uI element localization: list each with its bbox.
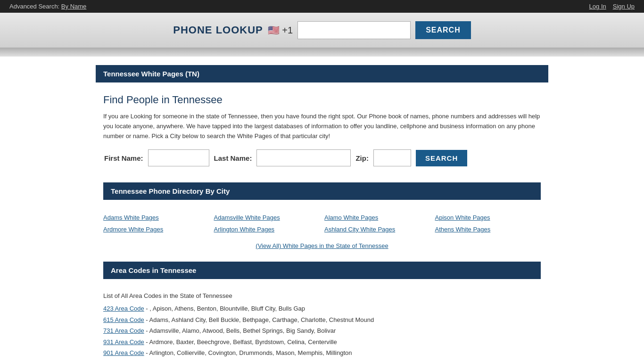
find-people-description: If you are Looking for someone in the st… bbox=[103, 112, 541, 141]
phone-lookup-label: PHONE LOOKUP bbox=[173, 24, 263, 36]
area-codes-header: Area Codes in Tennessee bbox=[103, 262, 541, 279]
view-all-link-wrapper: (View All) White Pages in the State of T… bbox=[103, 238, 541, 257]
zip-input[interactable] bbox=[373, 149, 411, 166]
area-code-item: 731 Area Code - Adamsville, Alamo, Atwoo… bbox=[103, 326, 541, 336]
city-link[interactable]: Ashland City White Pages bbox=[324, 226, 430, 233]
people-search-button[interactable]: SEARCH bbox=[416, 150, 467, 166]
area-code-link[interactable]: 615 Area Code bbox=[103, 316, 144, 323]
phone-search-button[interactable]: SEARCH bbox=[415, 21, 471, 39]
area-codes-section: Area Codes in Tennessee List of All Area… bbox=[96, 262, 548, 362]
area-code-link[interactable]: 423 Area Code bbox=[103, 305, 144, 312]
phone-lookup-input[interactable] bbox=[297, 21, 411, 39]
find-people-heading: Find People in Tennessee bbox=[103, 94, 541, 106]
lookup-shadow bbox=[0, 48, 644, 57]
phone-flag-prefix: 🇺🇸 +1 bbox=[268, 25, 293, 36]
city-link[interactable]: Ardmore White Pages bbox=[103, 226, 209, 233]
city-link[interactable]: Adams White Pages bbox=[103, 214, 209, 221]
top-bar: Advanced Search: By Name Log In Sign Up bbox=[0, 0, 644, 13]
area-code-list: 423 Area Code - , Apison, Athens, Benton… bbox=[103, 304, 541, 362]
first-name-input[interactable] bbox=[148, 149, 209, 166]
area-code-item: 901 Area Code - Arlington, Collierville,… bbox=[103, 348, 541, 358]
area-codes-intro: List of All Area Codes in the State of T… bbox=[103, 286, 541, 304]
last-name-input[interactable] bbox=[256, 149, 351, 166]
area-code-item: 931 Area Code - Ardmore, Baxter, Beechgr… bbox=[103, 337, 541, 347]
flag-icon: 🇺🇸 bbox=[268, 25, 280, 35]
zip-label: Zip: bbox=[355, 154, 369, 162]
city-link[interactable]: Apison White Pages bbox=[435, 214, 541, 221]
city-links-grid: Adams White PagesAdamsville White PagesA… bbox=[103, 206, 541, 238]
login-link[interactable]: Log In bbox=[589, 3, 606, 10]
area-code-link[interactable]: 901 Area Code bbox=[103, 349, 144, 356]
advanced-search-label: Advanced Search: By Name bbox=[9, 3, 86, 10]
last-name-label: Last Name: bbox=[214, 154, 252, 162]
area-code-link[interactable]: 731 Area Code bbox=[103, 327, 144, 334]
area-code-link[interactable]: 931 Area Code bbox=[103, 338, 144, 346]
city-directory-section: Tennessee Phone Directory By City Adams … bbox=[96, 182, 548, 257]
find-people-section: Find People in Tennessee If you are Look… bbox=[96, 89, 548, 178]
people-search-form: First Name: Last Name: Zip: SEARCH bbox=[103, 149, 541, 166]
area-code-item: 423 Area Code - , Apison, Athens, Benton… bbox=[103, 304, 541, 313]
area-code-item: 865 Area Code - Bean Station, Clinton, D… bbox=[103, 360, 541, 362]
signup-link[interactable]: Sign Up bbox=[613, 3, 635, 10]
city-link[interactable]: Arlington White Pages bbox=[214, 226, 320, 233]
auth-links: Log In Sign Up bbox=[589, 3, 635, 10]
view-all-link[interactable]: (View All) White Pages in the State of T… bbox=[256, 242, 388, 249]
first-name-label: First Name: bbox=[104, 154, 143, 162]
phone-lookup-bar: PHONE LOOKUP 🇺🇸 +1 SEARCH bbox=[0, 13, 644, 48]
by-name-link[interactable]: By Name bbox=[61, 3, 86, 10]
state-section-header: Tennessee White Pages (TN) bbox=[96, 65, 548, 82]
city-link[interactable]: Athens White Pages bbox=[435, 226, 541, 233]
area-code-item: 615 Area Code - Adams, Ashland City, Bel… bbox=[103, 315, 541, 325]
city-link[interactable]: Adamsville White Pages bbox=[214, 214, 320, 221]
city-link[interactable]: Alamo White Pages bbox=[324, 214, 430, 221]
main-content: Tennessee White Pages (TN) Find People i… bbox=[96, 60, 548, 362]
city-directory-header: Tennessee Phone Directory By City bbox=[103, 182, 541, 200]
